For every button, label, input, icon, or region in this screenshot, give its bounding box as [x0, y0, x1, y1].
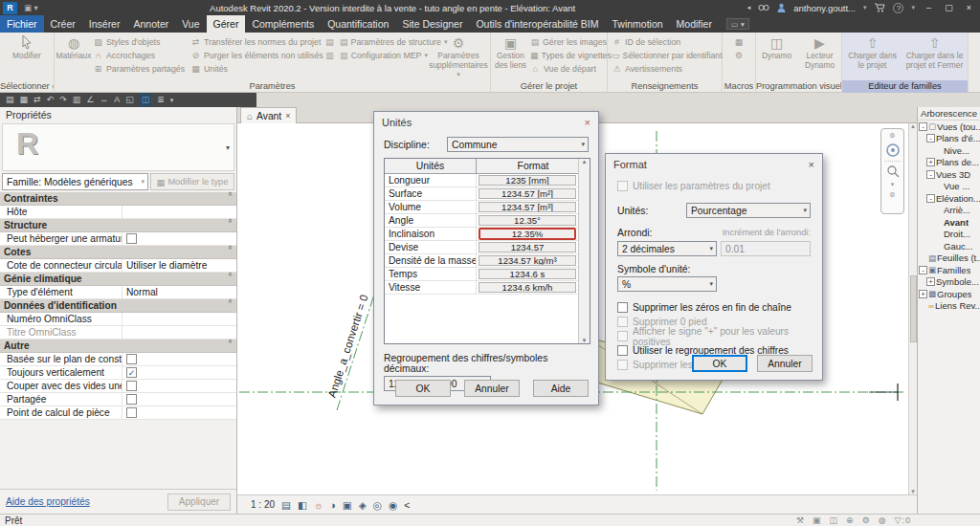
cart-icon[interactable] [874, 3, 885, 12]
selectionner-identifiant-button[interactable]: ▭Sélectionner par identifiant [612, 51, 721, 60]
visual-style-icon[interactable]: ◧ [298, 499, 307, 511]
close-icon[interactable]: × [585, 117, 590, 128]
filter-button[interactable]: ▽:0 [895, 515, 910, 525]
vertical-scrollbar[interactable]: ▲ ▼ [908, 123, 917, 494]
ribbon-tab-gerer[interactable]: Gérer [207, 15, 246, 33]
property-row[interactable]: Type d'élémentNormal [0, 286, 236, 299]
gestion-liens-button[interactable]: ▣ Gestion des liens [491, 33, 530, 80]
charger-projet-fermer-button[interactable]: ⇧ Charger dans le projet et Fermer [905, 33, 965, 80]
unites-button[interactable]: ▦Unités [190, 64, 324, 74]
modify-type-button[interactable]: ▦Modifier le type [150, 173, 234, 190]
open-icon[interactable]: ▤ [6, 93, 14, 107]
tree-item-gauche[interactable]: Gauc... [918, 240, 980, 252]
tree-item-plans-plafond[interactable]: +Plans de... [918, 157, 980, 169]
measure-icon[interactable]: ∠ [86, 93, 94, 107]
show-plus-checkbox[interactable]: Afficher le signe "+" pour les valeurs p… [617, 329, 811, 343]
checkbox-checked[interactable]: ✓ [126, 367, 137, 378]
units-select[interactable]: Pourcentage▾ [686, 203, 811, 218]
group-header[interactable]: Autre« [0, 340, 236, 353]
units-cancel-button[interactable]: Annuler [464, 380, 520, 397]
configuration-mep-button[interactable]: ▥Configuration MEP ▾ [340, 51, 428, 60]
discipline-select[interactable]: Commune▾ [447, 137, 589, 152]
minimize-button[interactable]: – [923, 3, 935, 12]
help-icon[interactable]: ? [893, 3, 903, 13]
format-button[interactable]: 1234.57 [m²] [479, 188, 576, 199]
tree-item-niveau[interactable]: Nive... [918, 144, 980, 157]
tree-item-feuilles[interactable]: ▤Feuilles (t... [918, 252, 980, 265]
format-button[interactable]: 1234.57 [479, 242, 576, 252]
property-row[interactable]: Titre OmniClass [0, 326, 236, 340]
checkbox-unchecked[interactable] [126, 354, 137, 364]
restore-button[interactable]: ▢ [943, 3, 955, 12]
tree-item-symboles[interactable]: +Symbole... [918, 276, 980, 289]
project-parameters-button[interactable]: ▥ [324, 51, 340, 60]
purger-elements-button[interactable]: ⊘Purger les éléments non utilisés [190, 51, 324, 60]
thin-lines-icon[interactable]: ≣ [157, 93, 165, 107]
group-header[interactable]: Contraintes« [0, 192, 236, 206]
charger-projet-button[interactable]: ⇧ Charger dans le projet [846, 33, 900, 80]
lecteur-dynamo-button[interactable]: ▶ Lecteur Dynamo [800, 33, 840, 80]
format-cancel-button[interactable]: Annuler [757, 355, 813, 372]
chevron-down-icon[interactable]: ▾ [911, 4, 915, 11]
type-preview[interactable]: R ▾ [2, 123, 234, 171]
save-icon[interactable]: ▦ [20, 93, 29, 107]
tree-item-liens-revit[interactable]: ∞Liens Rev... [918, 300, 980, 313]
scroll-up-icon[interactable]: ▲ [582, 159, 588, 164]
qat-customize-icon[interactable]: ▣ ▾ [24, 3, 38, 12]
temporary-hide-icon[interactable]: ◎ [373, 499, 382, 511]
expander-icon[interactable]: + [919, 290, 927, 298]
crop-region-icon[interactable]: ◈ [359, 499, 367, 511]
ribbon-tab-vue[interactable]: Vue [175, 15, 206, 33]
parametres-partages-button[interactable]: ⊞Paramètres partagés [93, 64, 190, 74]
sync-icon[interactable]: ⇄ [33, 93, 41, 107]
exclude-options-icon[interactable]: ◫ [830, 515, 838, 525]
expander-icon[interactable]: + [926, 158, 935, 166]
background-processes-icon[interactable]: ⚙ [862, 515, 870, 525]
signed-in-user[interactable]: anthony.goutt... [793, 3, 856, 13]
ribbon-tab-fichier[interactable]: Fichier [0, 15, 44, 33]
ribbon-display-toggle[interactable]: ▭▾ [726, 18, 749, 30]
view-tab-avant[interactable]: ⌂ Avant × [240, 107, 297, 123]
property-row[interactable]: Basée sur le plan de construction [0, 353, 236, 366]
expander-icon[interactable]: - [919, 122, 927, 131]
close-icon[interactable]: × [809, 159, 814, 170]
tree-item-avant[interactable]: Avant [918, 216, 980, 229]
gear-icon[interactable]: ⚙ [889, 191, 895, 199]
group-header[interactable]: Données d'identification« [0, 299, 236, 313]
format-button[interactable]: 1234.57 [m³] [479, 202, 576, 212]
infocenter-collapse-icon[interactable]: ◂ [747, 4, 751, 11]
dynamo-button[interactable]: ◫ Dynamo [758, 33, 796, 80]
vue-depart-button[interactable]: ⌂Vue de départ [530, 64, 607, 74]
checkbox-unchecked[interactable] [126, 407, 137, 418]
modifier-button[interactable]: Modifier [12, 33, 41, 80]
chevron-down-icon[interactable]: ▾ [863, 4, 867, 11]
steering-wheel-icon[interactable] [885, 142, 901, 158]
view-scale[interactable]: 1 : 20 [251, 499, 275, 510]
property-row[interactable]: Toujours verticalement✓ [0, 366, 236, 380]
ribbon-tab-creer[interactable]: Créer [44, 15, 82, 33]
format-button[interactable]: 1234.6 km/h [479, 282, 576, 293]
tree-item-droite[interactable]: Droit... [918, 229, 980, 241]
id-selection-button[interactable]: #ID de sélection [612, 37, 721, 47]
format-ok-button[interactable]: OK [692, 355, 747, 372]
aligned-dimension-icon[interactable]: ↔ [100, 93, 108, 107]
ribbon-tab-annoter[interactable]: Annoter [126, 15, 175, 33]
checkbox-unchecked[interactable] [126, 394, 137, 405]
suppress-trailing-zeros-checkbox[interactable]: Supprimer les zéros en fin de chaîne [617, 300, 811, 315]
ribbon-tab-complements[interactable]: Compléments [245, 15, 321, 33]
checkbox-unchecked[interactable] [126, 233, 137, 244]
format-button[interactable]: 1234.57 kg/m³ [479, 255, 576, 266]
format-button[interactable]: 1235 [mm] [479, 175, 576, 186]
ribbon-tab-site-designer[interactable]: Site Designer [395, 15, 469, 33]
select-underlay-icon[interactable]: ◍ [879, 515, 886, 525]
macro-manager-button[interactable]: ▦ [734, 37, 745, 47]
detail-level-icon[interactable]: ▤ [281, 499, 291, 511]
types-vignettes-button[interactable]: ▦Types de vignettes [530, 51, 607, 60]
tree-item-arriere[interactable]: Arriè... [918, 205, 980, 217]
materiaux-button[interactable]: ◍ Matériaux [55, 33, 93, 80]
reveal-hidden-icon[interactable]: ◉ [389, 499, 397, 511]
worksets-icon[interactable]: ⚒ [796, 515, 804, 525]
property-row[interactable]: Hôte [0, 206, 236, 219]
properties-help-link[interactable]: Aide des propriétés [6, 496, 90, 507]
tree-item-vues-3d[interactable]: -Vues 3D [918, 168, 980, 181]
